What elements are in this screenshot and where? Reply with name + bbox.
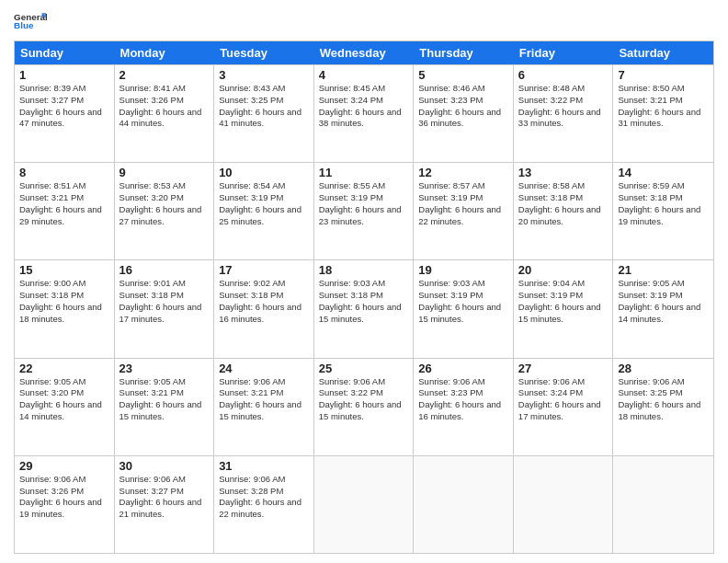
- day-info-26: Sunrise: 9:06 AMSunset: 3:23 PMDaylight:…: [418, 376, 508, 423]
- day-cell-23: 23Sunrise: 9:05 AMSunset: 3:21 PMDayligh…: [115, 359, 215, 455]
- week-row-2: 8Sunrise: 8:51 AMSunset: 3:21 PMDaylight…: [15, 162, 713, 259]
- day-cell-7: 7Sunrise: 8:50 AMSunset: 3:21 PMDaylight…: [613, 65, 713, 162]
- day-info-30: Sunrise: 9:06 AMSunset: 3:27 PMDaylight:…: [119, 474, 210, 521]
- header-day-thursday: Thursday: [414, 41, 514, 64]
- day-cell-9: 9Sunrise: 8:53 AMSunset: 3:20 PMDaylight…: [115, 163, 215, 259]
- day-number-26: 26: [418, 362, 508, 375]
- day-cell-18: 18Sunrise: 9:03 AMSunset: 3:18 PMDayligh…: [314, 260, 415, 357]
- empty-cell-w5-d6: [613, 456, 713, 553]
- header-day-wednesday: Wednesday: [314, 41, 415, 64]
- empty-cell-w5-d4: [414, 456, 514, 553]
- day-info-5: Sunrise: 8:46 AMSunset: 3:23 PMDaylight:…: [418, 83, 508, 130]
- day-info-14: Sunrise: 8:59 AMSunset: 3:18 PMDaylight:…: [618, 180, 709, 227]
- week-row-5: 29Sunrise: 9:06 AMSunset: 3:26 PMDayligh…: [15, 455, 713, 553]
- day-info-29: Sunrise: 9:06 AMSunset: 3:26 PMDaylight:…: [19, 474, 109, 521]
- calendar: SundayMondayTuesdayWednesdayThursdayFrid…: [14, 40, 714, 554]
- day-number-22: 22: [19, 362, 109, 375]
- day-number-24: 24: [219, 362, 309, 375]
- day-cell-20: 20Sunrise: 9:04 AMSunset: 3:19 PMDayligh…: [514, 260, 614, 357]
- day-number-19: 19: [418, 263, 508, 277]
- day-info-24: Sunrise: 9:06 AMSunset: 3:21 PMDaylight:…: [219, 376, 309, 423]
- calendar-header: SundayMondayTuesdayWednesdayThursdayFrid…: [15, 41, 713, 64]
- day-number-28: 28: [618, 362, 709, 375]
- day-number-3: 3: [219, 68, 309, 82]
- day-info-25: Sunrise: 9:06 AMSunset: 3:22 PMDaylight:…: [319, 376, 409, 423]
- day-number-13: 13: [518, 166, 609, 179]
- header-day-friday: Friday: [514, 41, 614, 64]
- day-number-8: 8: [19, 166, 109, 179]
- day-number-7: 7: [618, 68, 709, 82]
- page: General Blue SundayMondayTuesdayWednesda…: [0, 0, 728, 563]
- day-info-28: Sunrise: 9:06 AMSunset: 3:25 PMDaylight:…: [618, 376, 709, 423]
- empty-cell-w5-d3: [314, 456, 415, 553]
- day-number-5: 5: [418, 68, 508, 82]
- day-number-17: 17: [219, 263, 309, 277]
- day-info-18: Sunrise: 9:03 AMSunset: 3:18 PMDaylight:…: [319, 278, 409, 325]
- day-info-4: Sunrise: 8:45 AMSunset: 3:24 PMDaylight:…: [319, 83, 409, 130]
- day-number-21: 21: [618, 263, 709, 277]
- day-cell-6: 6Sunrise: 8:48 AMSunset: 3:22 PMDaylight…: [514, 65, 614, 162]
- day-number-23: 23: [119, 362, 210, 375]
- header: General Blue: [14, 9, 714, 35]
- day-cell-14: 14Sunrise: 8:59 AMSunset: 3:18 PMDayligh…: [613, 163, 713, 259]
- day-cell-29: 29Sunrise: 9:06 AMSunset: 3:26 PMDayligh…: [15, 456, 115, 553]
- header-day-tuesday: Tuesday: [214, 41, 314, 64]
- week-row-4: 22Sunrise: 9:05 AMSunset: 3:20 PMDayligh…: [15, 358, 713, 455]
- day-cell-8: 8Sunrise: 8:51 AMSunset: 3:21 PMDaylight…: [15, 163, 115, 259]
- day-cell-30: 30Sunrise: 9:06 AMSunset: 3:27 PMDayligh…: [115, 456, 215, 553]
- day-number-10: 10: [219, 166, 309, 179]
- day-cell-25: 25Sunrise: 9:06 AMSunset: 3:22 PMDayligh…: [314, 359, 415, 455]
- day-info-11: Sunrise: 8:55 AMSunset: 3:19 PMDaylight:…: [319, 180, 409, 227]
- day-number-20: 20: [518, 263, 609, 277]
- day-info-6: Sunrise: 8:48 AMSunset: 3:22 PMDaylight:…: [518, 83, 609, 130]
- week-row-1: 1Sunrise: 8:39 AMSunset: 3:27 PMDaylight…: [15, 64, 713, 162]
- day-info-9: Sunrise: 8:53 AMSunset: 3:20 PMDaylight:…: [119, 180, 210, 227]
- day-cell-10: 10Sunrise: 8:54 AMSunset: 3:19 PMDayligh…: [214, 163, 314, 259]
- day-info-20: Sunrise: 9:04 AMSunset: 3:19 PMDaylight:…: [518, 278, 609, 325]
- day-number-12: 12: [418, 166, 508, 179]
- day-number-1: 1: [19, 68, 109, 82]
- day-number-15: 15: [19, 263, 109, 277]
- day-info-8: Sunrise: 8:51 AMSunset: 3:21 PMDaylight:…: [19, 180, 109, 227]
- calendar-body: 1Sunrise: 8:39 AMSunset: 3:27 PMDaylight…: [15, 64, 713, 553]
- day-number-18: 18: [319, 263, 409, 277]
- day-info-13: Sunrise: 8:58 AMSunset: 3:18 PMDaylight:…: [518, 180, 609, 227]
- logo-image: General Blue: [14, 9, 47, 35]
- day-cell-2: 2Sunrise: 8:41 AMSunset: 3:26 PMDaylight…: [115, 65, 215, 162]
- day-info-16: Sunrise: 9:01 AMSunset: 3:18 PMDaylight:…: [119, 278, 210, 325]
- day-info-27: Sunrise: 9:06 AMSunset: 3:24 PMDaylight:…: [518, 376, 609, 423]
- day-info-21: Sunrise: 9:05 AMSunset: 3:19 PMDaylight:…: [618, 278, 709, 325]
- day-cell-3: 3Sunrise: 8:43 AMSunset: 3:25 PMDaylight…: [214, 65, 314, 162]
- day-info-22: Sunrise: 9:05 AMSunset: 3:20 PMDaylight:…: [19, 376, 109, 423]
- day-info-2: Sunrise: 8:41 AMSunset: 3:26 PMDaylight:…: [119, 83, 210, 130]
- day-info-12: Sunrise: 8:57 AMSunset: 3:19 PMDaylight:…: [418, 180, 508, 227]
- day-cell-27: 27Sunrise: 9:06 AMSunset: 3:24 PMDayligh…: [514, 359, 614, 455]
- day-cell-31: 31Sunrise: 9:06 AMSunset: 3:28 PMDayligh…: [214, 456, 314, 553]
- day-cell-15: 15Sunrise: 9:00 AMSunset: 3:18 PMDayligh…: [15, 260, 115, 357]
- day-number-30: 30: [119, 459, 210, 473]
- header-day-saturday: Saturday: [613, 41, 713, 64]
- day-cell-24: 24Sunrise: 9:06 AMSunset: 3:21 PMDayligh…: [214, 359, 314, 455]
- week-row-3: 15Sunrise: 9:00 AMSunset: 3:18 PMDayligh…: [15, 259, 713, 357]
- day-cell-12: 12Sunrise: 8:57 AMSunset: 3:19 PMDayligh…: [414, 163, 514, 259]
- empty-cell-w5-d5: [514, 456, 614, 553]
- day-info-7: Sunrise: 8:50 AMSunset: 3:21 PMDaylight:…: [618, 83, 709, 130]
- day-cell-26: 26Sunrise: 9:06 AMSunset: 3:23 PMDayligh…: [414, 359, 514, 455]
- day-cell-5: 5Sunrise: 8:46 AMSunset: 3:23 PMDaylight…: [414, 65, 514, 162]
- day-cell-16: 16Sunrise: 9:01 AMSunset: 3:18 PMDayligh…: [115, 260, 215, 357]
- day-info-17: Sunrise: 9:02 AMSunset: 3:18 PMDaylight:…: [219, 278, 309, 325]
- day-number-6: 6: [518, 68, 609, 82]
- day-number-31: 31: [219, 459, 309, 473]
- day-cell-4: 4Sunrise: 8:45 AMSunset: 3:24 PMDaylight…: [314, 65, 415, 162]
- day-number-2: 2: [119, 68, 210, 82]
- day-number-11: 11: [319, 166, 409, 179]
- day-cell-13: 13Sunrise: 8:58 AMSunset: 3:18 PMDayligh…: [514, 163, 614, 259]
- day-info-1: Sunrise: 8:39 AMSunset: 3:27 PMDaylight:…: [19, 83, 109, 130]
- header-day-monday: Monday: [115, 41, 215, 64]
- day-cell-1: 1Sunrise: 8:39 AMSunset: 3:27 PMDaylight…: [15, 65, 115, 162]
- day-cell-19: 19Sunrise: 9:03 AMSunset: 3:19 PMDayligh…: [414, 260, 514, 357]
- header-day-sunday: Sunday: [15, 41, 115, 64]
- day-number-29: 29: [19, 459, 109, 473]
- day-number-9: 9: [119, 166, 210, 179]
- day-cell-21: 21Sunrise: 9:05 AMSunset: 3:19 PMDayligh…: [613, 260, 713, 357]
